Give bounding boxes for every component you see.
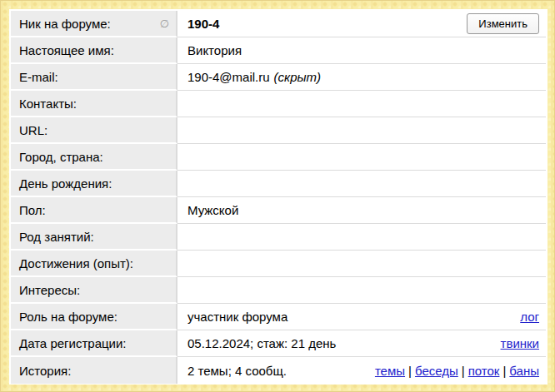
table-row-realname: Настоящее имя: Виктория: [11, 37, 546, 64]
profile-table: Ник на форуме: ∅ 190-4 Изменить Настояще…: [11, 11, 546, 384]
city-value: [178, 144, 546, 171]
table-row-gender: Пол: Мужской: [11, 197, 546, 224]
role-label: Роль на форуме:: [11, 304, 178, 330]
occupation-value: [178, 224, 546, 251]
table-row-history: История: 2 темы; 4 сообщ. темы|беседы|по…: [11, 357, 546, 384]
email-hidden-note: (скрыт): [274, 70, 321, 84]
birthday-label: День рождения:: [11, 171, 178, 197]
talks-link[interactable]: беседы: [415, 364, 458, 378]
role-value-cell: участник форума лог: [178, 304, 546, 330]
gender-value: Мужской: [178, 197, 546, 224]
log-link[interactable]: лог: [520, 310, 539, 324]
table-row-regdate: Дата регистрации: 05.12.2024; стаж: 21 д…: [11, 330, 546, 357]
interests-value: [178, 277, 546, 304]
nickname-label: Ник на форуме:: [19, 17, 111, 31]
link-separator: |: [408, 364, 412, 378]
history-label: История:: [11, 357, 178, 384]
table-row-interests: Интересы:: [11, 277, 546, 304]
table-row-achievements: Достижения (опыт):: [11, 251, 546, 277]
realname-value: Виктория: [178, 37, 546, 64]
regdate-value: 05.12.2024; стаж: 21 день: [188, 336, 336, 350]
table-row-birthday: День рождения:: [11, 171, 546, 197]
table-row-role: Роль на форуме: участник форума лог: [11, 304, 546, 330]
nickname-value: 190-4: [188, 17, 219, 31]
link-separator: |: [502, 364, 506, 378]
link-separator: |: [462, 364, 465, 378]
empty-set-icon: ∅: [160, 17, 171, 30]
contacts-value: [178, 91, 546, 117]
contacts-label: Контакты:: [11, 91, 178, 117]
email-label: E-mail:: [11, 64, 178, 91]
profile-card: Ник на форуме: ∅ 190-4 Изменить Настояще…: [9, 9, 548, 385]
gender-label: Пол:: [11, 197, 178, 224]
table-row-contacts: Контакты:: [11, 91, 546, 117]
topics-link[interactable]: темы: [375, 364, 405, 378]
page-background: Ник на форуме: ∅ 190-4 Изменить Настояще…: [0, 0, 555, 392]
interests-label: Интересы:: [11, 277, 178, 304]
nickname-value-cell: 190-4 Изменить: [178, 11, 546, 37]
history-value: 2 темы; 4 сообщ.: [188, 364, 287, 378]
url-label: URL:: [11, 117, 178, 144]
edit-button[interactable]: Изменить: [467, 13, 539, 34]
email-value-cell: 190-4@mail.ru(скрыт): [178, 64, 546, 91]
table-row-occupation: Род занятий:: [11, 224, 546, 251]
birthday-value: [178, 171, 546, 197]
twinks-link[interactable]: твинки: [501, 336, 539, 350]
occupation-label: Род занятий:: [11, 224, 178, 251]
table-row-url: URL:: [11, 117, 546, 144]
bans-link[interactable]: баны: [509, 364, 539, 378]
realname-label: Настоящее имя:: [11, 37, 178, 64]
stream-link[interactable]: поток: [468, 364, 500, 378]
achievements-label: Достижения (опыт):: [11, 251, 178, 277]
table-row-nickname: Ник на форуме: ∅ 190-4 Изменить: [11, 11, 546, 37]
history-value-cell: 2 темы; 4 сообщ. темы|беседы|поток|баны: [178, 357, 546, 384]
history-links: темы|беседы|поток|баны: [375, 364, 539, 378]
achievements-value: [178, 251, 546, 277]
city-label: Город, страна:: [11, 144, 178, 171]
table-row-city: Город, страна:: [11, 144, 546, 171]
table-row-email: E-mail: 190-4@mail.ru(скрыт): [11, 64, 546, 91]
role-value: участник форума: [188, 310, 288, 324]
regdate-value-cell: 05.12.2024; стаж: 21 день твинки: [178, 330, 546, 357]
nickname-label-cell: Ник на форуме: ∅: [11, 11, 178, 37]
regdate-label: Дата регистрации:: [11, 330, 178, 357]
url-value: [178, 117, 546, 144]
email-value: 190-4@mail.ru: [188, 70, 270, 84]
